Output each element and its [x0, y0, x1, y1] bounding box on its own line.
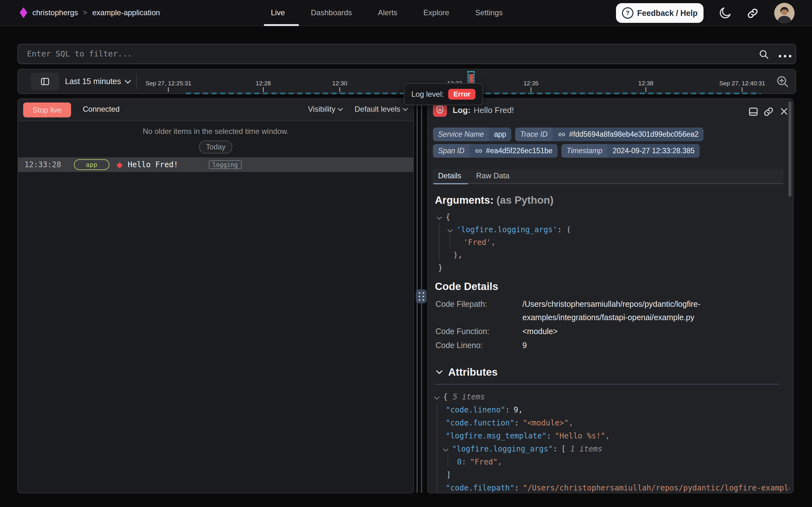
- timeline-tick: Sep 27, 12:40:31: [720, 80, 765, 92]
- nav-tab-settings[interactable]: Settings: [475, 8, 503, 17]
- default-levels-dropdown[interactable]: Default levels: [355, 105, 407, 114]
- copy-link-icon[interactable]: [763, 106, 774, 119]
- collapse-caret-icon[interactable]: [437, 215, 442, 220]
- chevron-down-icon: [403, 106, 408, 111]
- feedback-help-label: Feedback / Help: [637, 9, 697, 18]
- code-function-value: <module>: [522, 327, 558, 336]
- sql-filter-input[interactable]: Enter SQL to filter...: [18, 44, 796, 63]
- arguments-code: { 'logfire.logging_args': ( 'Fred', ), }: [435, 211, 777, 274]
- timeline-tick: 12:28: [256, 80, 271, 92]
- nav-tab-live[interactable]: Live: [271, 8, 285, 17]
- service-name-label: Service Name: [433, 127, 489, 141]
- log-level-badge: Error: [448, 89, 476, 100]
- log-message: Hello Fred!: [128, 160, 178, 169]
- detail-title: Log:Hello Fred!: [453, 105, 514, 115]
- connection-status: Connected: [83, 105, 120, 114]
- tab-raw-data[interactable]: Raw Data: [476, 171, 509, 180]
- histogram-tooltip: Log level: Error: [404, 83, 483, 105]
- user-avatar[interactable]: [774, 3, 795, 23]
- trace-id-value: #fdd5694a8fa98eb4e301d99ebc056ea2: [569, 130, 698, 138]
- span-id-label: Span ID: [433, 144, 470, 158]
- feedback-help-button[interactable]: ? Feedback / Help: [616, 3, 703, 23]
- sql-filter-bar: Enter SQL to filter...: [17, 44, 796, 64]
- breadcrumb-org[interactable]: christophergs: [33, 8, 78, 17]
- nav-tab-explore[interactable]: Explore: [424, 8, 449, 17]
- nav-tab-alerts[interactable]: Alerts: [378, 8, 397, 17]
- theme-moon-icon[interactable]: [718, 6, 732, 21]
- service-badge: app: [74, 159, 110, 170]
- zoom-in-icon[interactable]: [775, 74, 790, 90]
- span-id-pill[interactable]: Span ID #ea4d5f226ec151be: [433, 144, 558, 158]
- today-button[interactable]: Today: [199, 140, 232, 154]
- chevron-down-icon: [435, 368, 444, 377]
- help-circle-icon: ?: [622, 7, 633, 19]
- arguments-heading: Arguments: (as Python): [435, 194, 554, 206]
- trace-id-label: Trace ID: [515, 127, 553, 141]
- span-id-value: #ea4d5f226ec151be: [486, 147, 553, 155]
- active-tab-underline: [264, 24, 299, 26]
- tooltip-label: Log level:: [412, 90, 444, 99]
- code-filepath-label: Code Filepath:: [436, 299, 487, 309]
- link-icon: [475, 147, 483, 155]
- scope-tag: logging: [209, 160, 242, 169]
- time-range-label: Last 15 minutes: [65, 77, 121, 86]
- collapse-caret-icon[interactable]: [434, 394, 440, 399]
- share-link-icon[interactable]: [746, 7, 759, 21]
- breadcrumb-project[interactable]: example-application: [92, 8, 160, 17]
- active-tab-underline: [434, 183, 468, 184]
- code-lineno-label: Code Lineno:: [436, 341, 483, 350]
- visibility-dropdown[interactable]: Visibility: [308, 105, 342, 114]
- empty-window-message: No older items in the selected time wind…: [18, 127, 413, 136]
- timeline-tick: 12:38: [638, 80, 653, 92]
- error-diamond-icon: ◆: [116, 161, 123, 169]
- time-range-dropdown[interactable]: Last 15 minutes: [65, 69, 130, 93]
- detail-tabs: Details Raw Data: [432, 169, 784, 184]
- service-name-value: app: [489, 127, 511, 141]
- timestamp-value: 2024-09-27 12:33:28.385: [608, 144, 699, 158]
- section-divider: [435, 384, 779, 385]
- pane-resize-handle[interactable]: [416, 289, 427, 303]
- service-name-pill: Service Name app: [433, 127, 511, 141]
- tab-details[interactable]: Details: [438, 171, 461, 180]
- timeline-tick: Sep 27, 12:25:31: [145, 80, 192, 92]
- navbar: christophergs > example-application Live…: [0, 0, 812, 26]
- log-detail-panel: Log:Hello Fred! Service Name app Trace I…: [427, 98, 794, 493]
- collapse-caret-icon[interactable]: [447, 227, 453, 233]
- nav-tab-dashboards[interactable]: Dashboards: [311, 8, 352, 17]
- divider: [136, 74, 137, 89]
- code-lineno-value: 9: [522, 341, 527, 350]
- breadcrumb-separator: >: [83, 9, 87, 17]
- timestamp-pill: Timestamp 2024-09-27 12:33:28.385: [561, 144, 700, 158]
- timestamp-label: Timestamp: [561, 144, 608, 158]
- logfire-logo-icon[interactable]: [20, 7, 27, 18]
- code-function-label: Code Function:: [436, 327, 489, 336]
- search-icon[interactable]: [758, 49, 769, 61]
- timeline-tick: 12:35: [523, 80, 539, 92]
- code-filepath-value-line1: /Users/christophersamiullah/repos/pydant…: [522, 299, 700, 309]
- timeline-tick: 12:30: [332, 80, 347, 92]
- link-icon: [558, 130, 566, 138]
- chevron-down-icon: [338, 106, 343, 111]
- live-panel-header: Stop live Connected Visibility Default l…: [18, 99, 413, 121]
- chevron-down-icon: [125, 77, 131, 84]
- live-view-panel: Stop live Connected Visibility Default l…: [17, 98, 414, 493]
- trace-id-pill[interactable]: Trace ID #fdd5694a8fa98eb4e301d99ebc056e…: [515, 127, 704, 141]
- detail-kind-label: Log:: [453, 105, 471, 115]
- detail-message: Hello Fred!: [474, 105, 514, 115]
- log-row[interactable]: 12:33:28 app ◆ Hello Fred! logging: [18, 157, 413, 172]
- code-filepath-value-line2: examples/integrations/fastapi-openai/exa…: [522, 313, 694, 322]
- close-icon[interactable]: [779, 106, 790, 118]
- attributes-section-toggle[interactable]: Attributes: [435, 366, 498, 378]
- code-details-heading: Code Details: [435, 280, 498, 292]
- more-options-icon[interactable]: [776, 53, 791, 59]
- collapse-caret-icon[interactable]: [443, 446, 448, 451]
- attributes-heading: Attributes: [448, 366, 498, 378]
- attributes-code: {5 items "code.lineno":9, "code.function…: [432, 390, 790, 493]
- log-time: 12:33:28: [24, 160, 61, 169]
- dock-panel-icon[interactable]: [748, 106, 759, 119]
- stop-live-button[interactable]: Stop live: [23, 103, 71, 117]
- scrollbar-thumb[interactable]: [789, 102, 791, 197]
- sidebar-toggle-button[interactable]: [31, 73, 59, 91]
